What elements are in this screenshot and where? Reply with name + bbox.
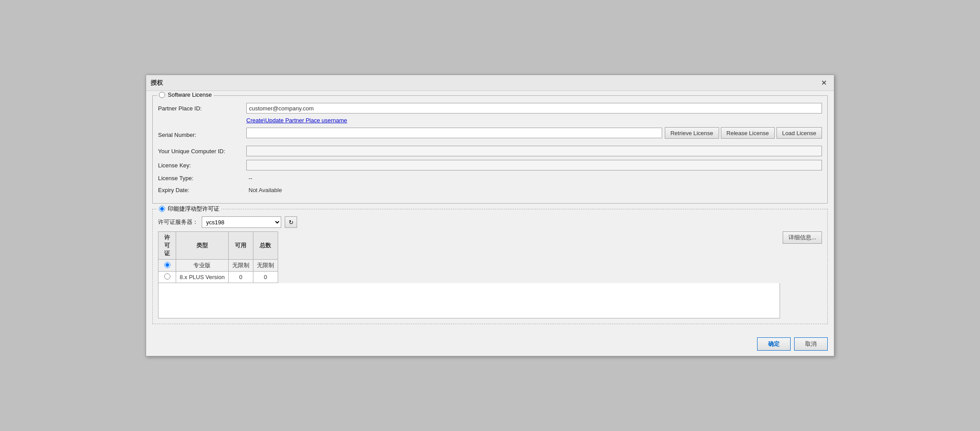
- refresh-button[interactable]: ↻: [285, 216, 297, 228]
- software-license-legend-label: Software License: [168, 91, 212, 98]
- license-dialog: 授权 ✕ Software License Partner Place ID: …: [146, 75, 834, 356]
- table-outer: 许可证 类型 可用 总数 专业版无限制无限制8.x PLUS Version00: [158, 231, 780, 318]
- table-row: 专业版无限制无限制: [158, 260, 278, 272]
- license-key-label: License Key:: [158, 162, 246, 169]
- floating-license-legend: 印能捷浮动型许可证: [157, 205, 221, 213]
- table-cell-type: 专业版: [176, 260, 229, 272]
- table-row-radio[interactable]: [164, 273, 170, 280]
- ok-button[interactable]: 确定: [757, 337, 791, 351]
- dialog-body: Software License Partner Place ID: Creat…: [146, 91, 834, 334]
- license-type-row: License Type: --: [158, 174, 822, 182]
- col-total-header: 总数: [253, 232, 278, 260]
- serial-number-input[interactable]: [246, 128, 662, 138]
- serial-number-row: Serial Number: Retrieve License Release …: [158, 127, 822, 142]
- cancel-button[interactable]: 取消: [794, 337, 828, 351]
- refresh-icon: ↻: [289, 219, 294, 226]
- partner-id-row: Partner Place ID:: [158, 103, 822, 113]
- table-empty-area: [158, 283, 780, 318]
- expiry-date-label: Expiry Date:: [158, 187, 246, 193]
- license-table: 许可证 类型 可用 总数 专业版无限制无限制8.x PLUS Version00: [158, 231, 278, 283]
- license-type-value: --: [246, 174, 255, 182]
- license-key-row: License Key:: [158, 160, 822, 170]
- load-license-button[interactable]: Load License: [776, 127, 822, 139]
- computer-id-row: Your Unique Computer ID:: [158, 146, 822, 156]
- server-select[interactable]: ycs198: [202, 216, 281, 228]
- partner-id-input[interactable]: [246, 103, 822, 113]
- col-type-header: 类型: [176, 232, 229, 260]
- retrieve-license-button[interactable]: Retrieve License: [665, 127, 719, 139]
- expiry-date-value: Not Available: [246, 186, 284, 194]
- create-update-row: Create\Update Partner Place username: [158, 117, 822, 124]
- floating-license-radio[interactable]: [159, 206, 165, 212]
- col-available-header: 可用: [228, 232, 253, 260]
- table-row-radio[interactable]: [164, 262, 170, 268]
- table-cell-total: 0: [253, 272, 278, 283]
- table-cell-available: 无限制: [228, 260, 253, 272]
- title-bar: 授权 ✕: [146, 75, 834, 91]
- table-cell-available: 0: [228, 272, 253, 283]
- dialog-footer: 确定 取消: [146, 334, 834, 356]
- create-update-link[interactable]: Create\Update Partner Place username: [246, 117, 347, 124]
- license-type-label: License Type:: [158, 175, 246, 181]
- dialog-title: 授权: [151, 79, 163, 87]
- table-header-row: 许可证 类型 可用 总数: [158, 232, 278, 260]
- license-key-input[interactable]: [246, 160, 822, 170]
- computer-id-input[interactable]: [246, 146, 822, 156]
- table-cell-type: 8.x PLUS Version: [176, 272, 229, 283]
- serial-number-label: Serial Number:: [158, 132, 246, 138]
- software-license-group: Software License Partner Place ID: Creat…: [152, 95, 828, 204]
- close-button[interactable]: ✕: [818, 78, 829, 88]
- floating-license-group: 印能捷浮动型许可证 许可证服务器： ycs198 ↻: [152, 209, 828, 324]
- table-row: 8.x PLUS Version00: [158, 272, 278, 283]
- server-row: 许可证服务器： ycs198 ↻: [158, 216, 822, 228]
- release-license-button[interactable]: Release License: [721, 127, 775, 139]
- software-license-legend: Software License: [157, 91, 214, 98]
- partner-id-label: Partner Place ID:: [158, 105, 246, 112]
- details-button[interactable]: 详细信息...: [783, 231, 822, 244]
- table-cell-total: 无限制: [253, 260, 278, 272]
- license-table-wrap: 许可证 类型 可用 总数 专业版无限制无限制8.x PLUS Version00: [158, 231, 822, 318]
- floating-license-legend-label: 印能捷浮动型许可证: [168, 205, 219, 213]
- computer-id-label: Your Unique Computer ID:: [158, 148, 246, 155]
- expiry-date-row: Expiry Date: Not Available: [158, 186, 822, 194]
- license-buttons: Retrieve License Release License Load Li…: [665, 127, 822, 139]
- software-license-radio[interactable]: [159, 92, 165, 98]
- server-label: 许可证服务器：: [158, 218, 198, 226]
- col-license-header: 许可证: [158, 232, 176, 260]
